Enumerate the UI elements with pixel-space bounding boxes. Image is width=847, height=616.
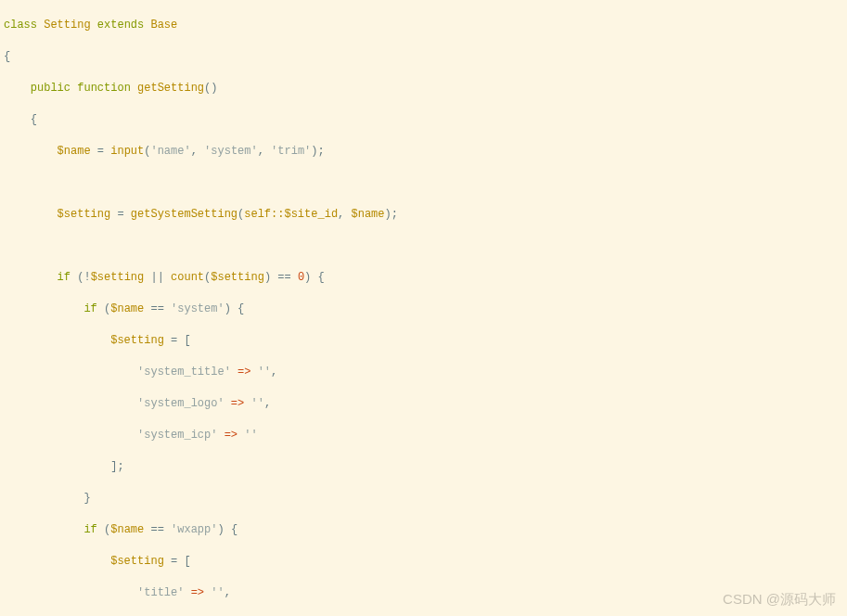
code-line: } <box>4 491 847 507</box>
code-line: if ($name == 'wxapp') { <box>4 522 847 538</box>
code-line: 'system_title' => '', <box>4 365 847 380</box>
code-block: class Setting extends Base { public func… <box>0 0 847 616</box>
code-line: { <box>4 49 847 65</box>
code-line <box>4 175 847 191</box>
code-line <box>4 238 847 254</box>
code-line: if (!$setting || count($setting) == 0) { <box>4 270 847 286</box>
code-line: $setting = [ <box>4 333 847 349</box>
code-line: public function getSetting() <box>4 81 847 96</box>
code-line: ]; <box>4 459 847 475</box>
code-line: if ($name == 'system') { <box>4 302 847 317</box>
code-line: 'system_icp' => '' <box>4 428 847 443</box>
code-line: 'title' => '', <box>4 585 847 601</box>
code-line: $setting = getSystemSetting(self::$site_… <box>4 207 847 223</box>
code-line: { <box>4 112 847 128</box>
code-line: 'system_logo' => '', <box>4 396 847 412</box>
code-line: $setting = [ <box>4 554 847 570</box>
code-line: $name = input('name', 'system', 'trim'); <box>4 144 847 160</box>
code-line: class Setting extends Base <box>4 18 847 33</box>
